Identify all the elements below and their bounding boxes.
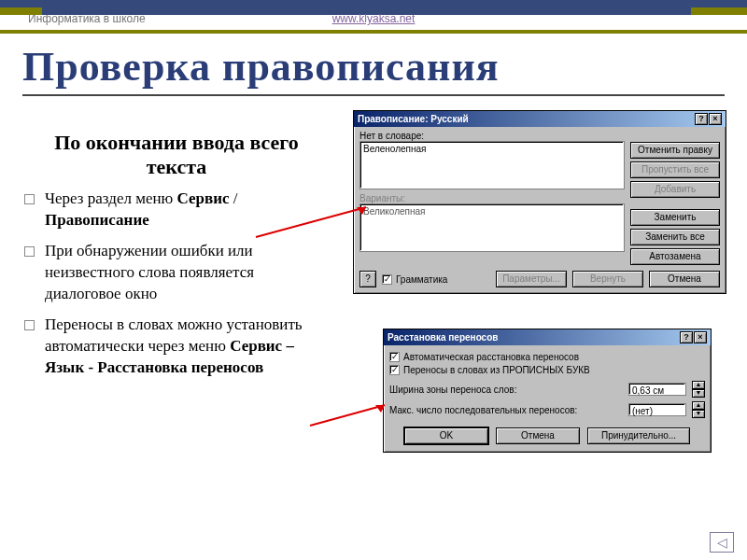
list-item: Через раздел меню Сервис / Правописание xyxy=(22,189,331,231)
close-button[interactable]: × xyxy=(709,113,722,125)
max-consec-field[interactable]: (нет) xyxy=(628,403,686,416)
spin-down[interactable]: ▼ xyxy=(692,389,705,398)
spin-up[interactable]: ▲ xyxy=(692,401,705,410)
list-item: Переносы в словах можно установить автом… xyxy=(22,315,331,379)
titlebar[interactable]: Правописание: Русский ? × xyxy=(354,111,726,127)
zone-width-label: Ширина зоны переноса слов: xyxy=(389,385,623,395)
list-item: При обнаружении ошибки или неизвестного … xyxy=(22,241,331,305)
params-button[interactable]: Параметры... xyxy=(496,271,567,287)
slide-text: По окончании ввода всего текста Через ра… xyxy=(22,131,331,388)
replace-button[interactable]: Заменить xyxy=(630,209,720,226)
variants-list[interactable]: Великолепная xyxy=(359,203,625,252)
undo-edit-button[interactable]: Отменить правку xyxy=(630,142,720,159)
not-in-dict-field[interactable]: Веленолепная xyxy=(359,141,625,189)
help-button[interactable]: ? xyxy=(680,331,693,343)
replace-all-button[interactable]: Заменить все xyxy=(630,229,720,245)
variants-label: Варианты: xyxy=(359,193,625,203)
svg-line-2 xyxy=(310,405,385,426)
spin-down[interactable]: ▼ xyxy=(692,410,705,418)
dialog-title: Расстановка переносов xyxy=(388,329,498,345)
help-icon-button[interactable]: ? xyxy=(359,271,376,287)
max-consec-label: Макс. число последовательных переносов: xyxy=(389,405,623,415)
checkbox-label: Грамматика xyxy=(396,274,447,285)
skip-all-button[interactable]: Пропустить все xyxy=(630,161,720,178)
caps-hyphen-checkbox[interactable]: ✓Переносы в словах из ПРОПИСНЫХ БУКВ xyxy=(389,365,705,375)
cancel-button[interactable]: Отмена xyxy=(496,427,580,444)
close-button[interactable]: × xyxy=(694,331,707,343)
force-button[interactable]: Принудительно... xyxy=(587,427,690,444)
autoreplace-button[interactable]: Автозамена xyxy=(630,248,720,265)
cancel-button[interactable]: Отмена xyxy=(649,271,720,287)
page-title: Проверка правописания xyxy=(22,43,725,91)
arrow-icon xyxy=(308,401,392,429)
checkbox-label: Автоматическая расстановка переносов xyxy=(403,352,579,362)
auto-hyphen-checkbox[interactable]: ✓Автоматическая расстановка переносов xyxy=(389,352,705,362)
dialog-title: Правописание: Русский xyxy=(358,111,469,127)
bullet-text: При обнаружении ошибки или неизвестного … xyxy=(45,242,254,302)
header-bar: Информатика в школе www.klyaksa.net xyxy=(0,0,747,34)
subheading: По окончании ввода всего текста xyxy=(22,131,331,179)
bullet-list: Через раздел меню Сервис / Правописание … xyxy=(22,189,331,379)
help-button[interactable]: ? xyxy=(695,113,708,125)
add-button[interactable]: Добавить xyxy=(630,181,720,198)
title-rule xyxy=(22,94,725,96)
spelling-dialog: Правописание: Русский ? × Нет в словаре:… xyxy=(353,110,726,294)
header-site-link[interactable]: www.klyaksa.net xyxy=(332,12,416,25)
bullet-bold: Сервис xyxy=(177,189,230,207)
bullet-text: Через раздел меню xyxy=(45,189,177,207)
bullet-bold: Правописание xyxy=(45,211,149,229)
grammar-checkbox[interactable]: ✓Грамматика xyxy=(382,274,447,285)
prev-slide-button[interactable]: ◁ xyxy=(710,532,734,553)
hyphenation-dialog: Расстановка переносов ? × ✓Автоматическа… xyxy=(383,329,712,453)
spin-up[interactable]: ▲ xyxy=(692,381,705,389)
not-in-dict-label: Нет в словаре: xyxy=(359,131,625,141)
revert-button[interactable]: Вернуть xyxy=(572,271,643,287)
ok-button[interactable]: OK xyxy=(404,427,488,444)
checkbox-label: Переносы в словах из ПРОПИСНЫХ БУКВ xyxy=(403,365,590,375)
titlebar[interactable]: Расстановка переносов ? × xyxy=(384,329,711,345)
bullet-text: / xyxy=(230,189,238,207)
zone-width-field[interactable]: 0,63 см xyxy=(628,383,686,396)
